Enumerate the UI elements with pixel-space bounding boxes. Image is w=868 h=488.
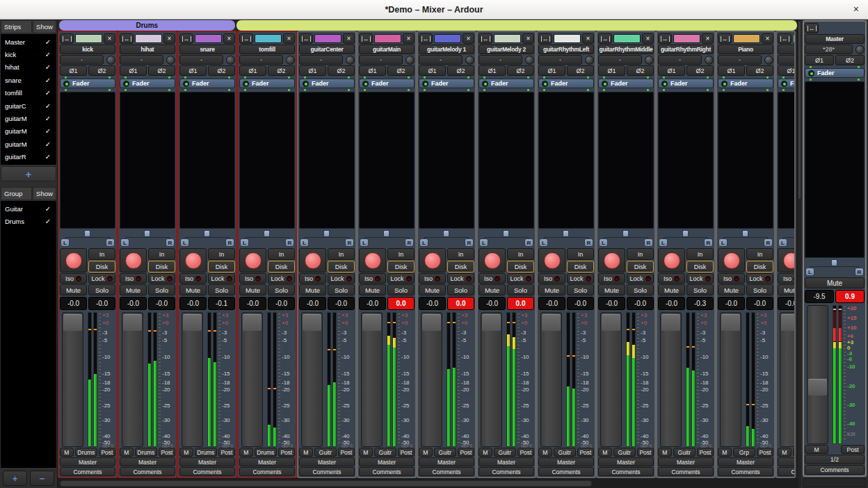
solo-isolate-button[interactable]: Iso: [60, 273, 87, 284]
vertical-scrollbar[interactable]: [797, 19, 801, 488]
group-button[interactable]: Drums: [255, 448, 277, 457]
fader-processor-entry[interactable]: Fader: [299, 79, 355, 88]
group-list-item[interactable]: Guitar✓: [1, 202, 56, 215]
strips-list-item[interactable]: guitarM✓: [1, 112, 56, 124]
fader-handle[interactable]: [661, 314, 680, 331]
window-close-icon[interactable]: ×: [853, 4, 859, 14]
fader-processor-entry[interactable]: Fader: [120, 79, 175, 88]
trim-button[interactable]: -: [598, 55, 642, 65]
metering-post-button[interactable]: Post: [338, 448, 355, 457]
phase-1-button[interactable]: Ø1: [479, 65, 506, 76]
strip-hide-button[interactable]: ×: [343, 33, 355, 44]
pan-control[interactable]: L R: [718, 229, 773, 247]
trim-knob[interactable]: [855, 45, 865, 54]
solo-isolate-button[interactable]: Iso: [359, 273, 386, 284]
output-route-button[interactable]: Master: [120, 457, 175, 466]
gain-display[interactable]: -0.0: [359, 297, 386, 310]
show-checkbox[interactable]: ✓: [40, 153, 56, 161]
pan-handle[interactable]: [503, 230, 509, 237]
strip-name-button[interactable]: Master: [805, 34, 865, 44]
strip-width-button[interactable]: ↔: [359, 33, 373, 44]
strip-name-button[interactable]: guitarMain: [359, 44, 415, 54]
strip-width-button[interactable]: ↔: [479, 33, 492, 44]
mute-button[interactable]: Mute: [538, 284, 565, 295]
comments-button[interactable]: Comments: [419, 467, 474, 476]
trim-knob[interactable]: [166, 56, 175, 65]
strip-width-button[interactable]: ↔: [299, 33, 313, 44]
monitor-input-button[interactable]: In: [686, 248, 714, 260]
strip-width-button[interactable]: ↔: [239, 33, 253, 44]
peak-display[interactable]: -0.1: [208, 297, 235, 310]
group-show-column-header[interactable]: Show: [33, 187, 56, 200]
strip-width-button[interactable]: ↔: [805, 23, 819, 33]
solo-isolate-button[interactable]: Iso: [658, 273, 685, 284]
show-checkbox[interactable]: ✓: [40, 76, 56, 84]
comments-button[interactable]: Comments: [718, 467, 773, 476]
pan-control[interactable]: L R: [120, 229, 175, 247]
fader-processor-entry[interactable]: Fader: [778, 79, 796, 88]
add-group-button[interactable]: +: [3, 471, 27, 486]
channel-fader[interactable]: [62, 312, 83, 447]
pan-control[interactable]: L R: [60, 229, 115, 247]
trim-knob[interactable]: [405, 56, 415, 65]
gain-display[interactable]: -0.0: [299, 297, 326, 310]
mute-button[interactable]: Mute: [598, 284, 625, 295]
phase-2-button[interactable]: Ø2: [387, 65, 415, 76]
channel-fader[interactable]: [481, 312, 502, 447]
strip-name-button[interactable]: guitarRhythmRight: [658, 44, 714, 54]
show-checkbox[interactable]: ✓: [40, 102, 56, 110]
gain-display[interactable]: -0.0: [658, 297, 685, 310]
record-arm-button[interactable]: [179, 248, 207, 273]
trim-knob[interactable]: [585, 56, 594, 65]
gain-display[interactable]: -0.0: [718, 297, 745, 310]
monitor-input-button[interactable]: In: [148, 248, 175, 260]
trim-knob[interactable]: [764, 56, 773, 65]
strip-width-button[interactable]: ↔: [538, 33, 552, 44]
add-strip-button[interactable]: +: [1, 166, 56, 181]
solo-button[interactable]: Solo: [686, 284, 714, 295]
metering-post-button[interactable]: Post: [99, 448, 115, 457]
gain-display[interactable]: -0.0: [120, 297, 147, 310]
phase-2-button[interactable]: Ø2: [88, 65, 115, 76]
strip-name-button[interactable]: snare: [179, 44, 235, 54]
output-route-button[interactable]: Master: [658, 457, 714, 466]
peak-display[interactable]: -0.0: [88, 297, 115, 310]
channel-fader[interactable]: [660, 312, 682, 447]
record-arm-button[interactable]: [299, 248, 326, 273]
trim-knob[interactable]: [645, 56, 654, 65]
trim-button[interactable]: -: [299, 55, 343, 65]
strip-hide-button[interactable]: ×: [762, 33, 773, 44]
phase-2-button[interactable]: Ø2: [627, 65, 654, 76]
monitor-input-button[interactable]: In: [627, 248, 654, 260]
solo-button[interactable]: Solo: [328, 284, 355, 295]
strip-hide-button[interactable]: ×: [223, 33, 235, 44]
solo-lock-button[interactable]: Lock: [268, 273, 295, 284]
trim-knob[interactable]: [226, 56, 235, 65]
mute-button[interactable]: Mute: [718, 284, 745, 295]
pan-handle[interactable]: [563, 230, 569, 237]
strip-hide-button[interactable]: ×: [522, 33, 534, 44]
strip-name-button[interactable]: guitarCenter: [299, 44, 355, 54]
record-arm-button[interactable]: [359, 248, 386, 273]
channel-fader[interactable]: [241, 312, 263, 447]
group-button[interactable]: Guitr: [613, 448, 636, 457]
show-checkbox[interactable]: ✓: [40, 115, 56, 122]
strip-color-swatch[interactable]: [135, 34, 162, 43]
solo-isolate-button[interactable]: Iso: [179, 273, 207, 284]
peak-display[interactable]: 0.0: [387, 297, 415, 310]
record-arm-button[interactable]: [658, 248, 685, 273]
solo-isolate-button[interactable]: Iso: [239, 273, 266, 284]
monitor-input-button[interactable]: In: [447, 248, 474, 260]
solo-lock-button[interactable]: Lock: [88, 273, 115, 284]
mute-button[interactable]: Mute: [658, 284, 685, 295]
processor-box[interactable]: [718, 92, 773, 229]
strip-name-button[interactable]: kick: [60, 44, 115, 54]
trim-button[interactable]: -: [718, 55, 762, 65]
trim-button[interactable]: -: [359, 55, 403, 65]
monitor-input-button[interactable]: In: [567, 248, 594, 260]
metering-post-button[interactable]: Post: [577, 448, 594, 457]
comments-button[interactable]: Comments: [778, 467, 796, 476]
output-route-button[interactable]: Master: [598, 457, 654, 466]
strip-width-button[interactable]: ↔: [598, 33, 612, 44]
strips-list-item[interactable]: hihat✓: [1, 61, 56, 74]
